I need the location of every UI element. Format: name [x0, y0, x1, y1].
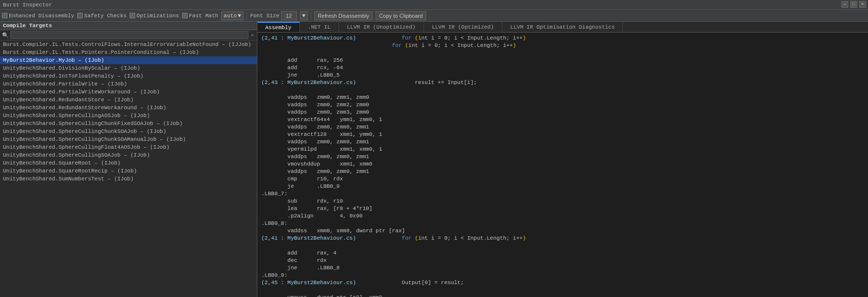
code-line: vextractf64x4 ymm1, zmm0, 1 [261, 116, 864, 124]
code-line: jne .LBB0_5 [261, 72, 864, 79]
enhanced-disassembly-toggle[interactable]: ✓ Enhanced Disassembly [2, 13, 74, 19]
target-item[interactable]: UnityBenchShared.SphereCullingChunkFixed… [0, 120, 257, 127]
code-line: vaddss xmm0, xmm0, dword ptr [rax] [261, 227, 864, 235]
window-controls[interactable]: — □ × [841, 1, 866, 8]
code-line: add rax, 256 [261, 57, 864, 64]
code-line: lea rax, [r8 + 4*r10] [261, 205, 864, 212]
search-bar: 🔍 ✕ [0, 30, 257, 41]
code-line: jne .LBB0_8 [261, 264, 864, 272]
target-item[interactable]: UnityBenchShared.SquareRootRecip – (IJob… [0, 167, 257, 175]
code-line: (2,45 : MyBurst2Behaviour.cs) Output[0] … [261, 279, 864, 287]
minimize-button[interactable]: — [841, 1, 848, 8]
tab-llvm-ir-optimisation-diagnostics[interactable]: LLVM IR Optimisation Diagnostics [502, 22, 623, 32]
target-item[interactable]: Burst.Compiler.IL.Tests.Pointers.Pointer… [0, 48, 257, 56]
safety-checks-label: Safety Checks [84, 13, 127, 19]
code-line: vaddps zmm0, zmm0, zmm1 [261, 124, 864, 131]
search-input[interactable] [10, 31, 248, 39]
code-line: (2,41 : MyBurst2Behaviour.cs) for (int i… [261, 35, 864, 42]
safety-checks-checkbox[interactable]: ✓ [77, 13, 83, 18]
code-line: .LBB0_7: [261, 190, 864, 198]
close-button[interactable]: × [859, 1, 866, 8]
refresh-disassembly-button[interactable]: Refresh Disassembly [314, 11, 373, 20]
target-item[interactable]: UnityBenchShared.IntToFloatPenalty – (IJ… [0, 72, 257, 80]
font-size-dropdown-arrow: ▼ [302, 13, 306, 19]
target-item[interactable]: Burst.Compiler.IL.Tests.ControlFlows.Int… [0, 41, 257, 48]
fast-math-label: Fast Math [189, 13, 218, 19]
target-item[interactable]: UnityBenchShared.RedundantStoreWorkaroun… [0, 104, 257, 112]
target-item[interactable]: UnityBenchShared.SumNumbersTest – (IJob) [0, 175, 257, 183]
target-item[interactable]: UnityBenchShared.SphereCullingSOAJob – (… [0, 151, 257, 159]
code-line: vaddps zmm0, zmm0, zmm1 [261, 138, 864, 146]
maximize-button[interactable]: □ [850, 1, 857, 8]
code-line: (2,41 : MyBurst2Behaviour.cs) for (int i… [261, 235, 864, 242]
code-line: .p2align 4, 0x90 [261, 212, 864, 220]
code-line: vaddps zmm0, zmm3, zmm0 [261, 109, 864, 116]
right-panel: Assembly.NET ILLLVM IR (Unoptimized)LLVM… [257, 22, 868, 297]
safety-checks-toggle[interactable]: ✓ Safety Checks [77, 13, 127, 19]
target-item[interactable]: UnityBenchShared.SquareRoot – (IJob) [0, 159, 257, 167]
copy-to-clipboard-button[interactable]: Copy to Clipboard [376, 11, 426, 20]
code-line: (2,43 : MyBurst2Behaviour.cs) result += … [261, 79, 864, 86]
compile-targets-header: Compile Targets [0, 22, 257, 30]
code-line: vaddps zmm0, zmm0, zmm1 [261, 153, 864, 161]
optimizations-label: Optimizations [137, 13, 179, 19]
code-line: vpermilpd xmm1, xmm0, 1 [261, 146, 864, 153]
font-size-input[interactable] [281, 11, 297, 20]
code-line: sub rdx, r10 [261, 198, 864, 205]
toolbar-separator-1 [246, 12, 247, 20]
target-value: auto [224, 13, 237, 19]
left-panel: Compile Targets 🔍 ✕ Burst.Compiler.IL.Te… [0, 22, 257, 297]
code-line [261, 86, 864, 94]
target-list: Burst.Compiler.IL.Tests.ControlFlows.Int… [0, 41, 257, 297]
code-line: vaddps zmm0, zmm1, zmm0 [261, 94, 864, 101]
code-line: vaddps zmm0, zmm0, zmm1 [261, 168, 864, 175]
tab-bar: Assembly.NET ILLLVM IR (Unoptimized)LLVM… [257, 22, 868, 33]
main-layout: Compile Targets 🔍 ✕ Burst.Compiler.IL.Te… [0, 22, 868, 297]
toolbar-separator-2 [311, 12, 311, 20]
enhanced-disassembly-checkbox[interactable]: ✓ [2, 13, 7, 18]
code-line: vextractf128 xmm1, ymm0, 1 [261, 131, 864, 138]
target-item[interactable]: UnityBenchShared.SphereCullingAOSJob – (… [0, 112, 257, 120]
font-size-dropdown[interactable]: ▼ [300, 11, 308, 20]
target-item[interactable]: UnityBenchShared.PartialWriteWorkaround … [0, 88, 257, 96]
code-line: vmovshddup xmm1, xmm0 [261, 161, 864, 168]
code-area[interactable]: (2,41 : MyBurst2Behaviour.cs) for (int i… [257, 33, 868, 297]
app-title: Burst Inspector [3, 2, 52, 8]
enhanced-disassembly-label: Enhanced Disassembly [9, 13, 74, 19]
code-line: vaddps zmm0, zmm2, zmm0 [261, 101, 864, 109]
code-line [261, 242, 864, 250]
target-item[interactable]: UnityBenchShared.PartialWrite – (IJob) [0, 80, 257, 88]
code-line: dec rdx [261, 257, 864, 264]
code-line [261, 49, 864, 57]
target-item[interactable]: UnityBenchShared.DivisionByScalar – (IJo… [0, 64, 257, 72]
code-line: add rcx, -64 [261, 64, 864, 72]
dropdown-arrow-icon: ▼ [238, 13, 241, 19]
target-item[interactable]: UnityBenchShared.SphereCullingFloat4AOSJ… [0, 143, 257, 151]
font-size-group: Font Size [250, 11, 296, 20]
tab-assembly[interactable]: Assembly [257, 22, 300, 32]
target-item[interactable]: UnityBenchShared.RedundantStore – (IJob) [0, 96, 257, 104]
code-line: je .LBB0_9 [261, 183, 864, 190]
search-clear-button[interactable]: ✕ [250, 32, 255, 38]
tab-llvm-ir-(unoptimized)[interactable]: LLVM IR (Unoptimized) [339, 22, 424, 32]
tab-llvm-ir-(optimized)[interactable]: LLVM IR (Optimized) [424, 22, 502, 32]
target-dropdown[interactable]: auto ▼ [221, 11, 243, 20]
optimizations-checkbox[interactable]: ✓ [130, 13, 135, 18]
toolbar: ✓ Enhanced Disassembly ✓ Safety Checks ✓… [0, 10, 868, 22]
code-line: for (int i = 0; i < Input.Length; i++) [261, 42, 864, 49]
target-item[interactable]: MyBurst2Behavior.MyJob – (IJob) [0, 56, 257, 64]
target-item[interactable]: UnityBenchShared.SphereCullingChunkSOAJo… [0, 127, 257, 135]
code-line: vmovss dword ptr [r9], xmm0 [261, 294, 864, 297]
code-line: add rax, 4 [261, 250, 864, 257]
font-size-label: Font Size [250, 13, 279, 19]
optimizations-toggle[interactable]: ✓ Optimizations [130, 13, 179, 19]
title-bar: Burst Inspector — □ × [0, 0, 868, 10]
code-line: .LBB0_9: [261, 272, 864, 279]
code-line: .LBB0_8: [261, 220, 864, 227]
search-icon: 🔍 [2, 32, 9, 39]
target-item[interactable]: UnityBenchShared.SphereCullingChunkSOAMa… [0, 135, 257, 143]
tab-.net-il[interactable]: .NET IL [300, 22, 339, 32]
fast-math-checkbox[interactable]: ✓ [182, 13, 188, 18]
code-line [261, 287, 864, 294]
fast-math-toggle[interactable]: ✓ Fast Math [182, 13, 218, 19]
